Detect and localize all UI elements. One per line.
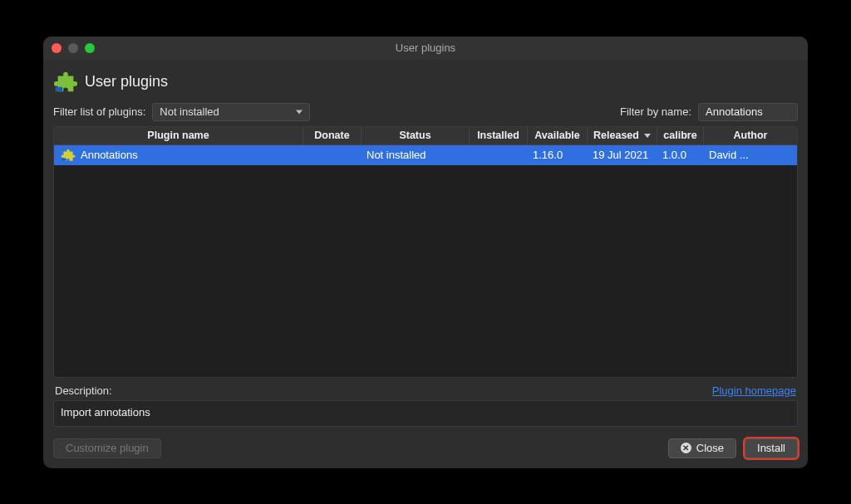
description-label: Description: [55,384,112,397]
close-circle-icon: ✕ [681,443,691,453]
col-author[interactable]: Author [704,127,797,144]
window-controls [52,43,95,53]
filter-list-label: Filter list of plugins: [53,105,145,118]
col-installed[interactable]: Installed [470,127,528,144]
col-available[interactable]: Available [528,127,588,144]
plugin-homepage-link[interactable]: Plugin homepage [712,384,796,397]
window-minimize-button[interactable] [68,43,78,53]
filter-name-label: Filter by name: [620,105,691,118]
close-button-label: Close [696,442,724,454]
cell-donate [303,145,362,165]
window-maximize-button[interactable] [85,43,95,53]
col-released[interactable]: Released [588,127,657,144]
puzzle-icon [59,148,76,163]
content: User plugins Filter list of plugins: Not… [43,60,808,468]
window-title: User plugins [396,42,455,54]
table-row[interactable]: Annotations Not installed 1.16.0 19 Jul … [54,145,797,165]
cell-installed [470,145,528,165]
window-close-button[interactable] [52,43,61,53]
table-header: Plugin name Donate Status Installed Avai… [54,127,797,145]
table-body: Annotations Not installed 1.16.0 19 Jul … [54,145,797,377]
col-plugin-name[interactable]: Plugin name [54,127,303,144]
description-header: Description: Plugin homepage [53,378,798,400]
puzzle-icon [53,70,78,95]
customize-plugin-button: Customize plugin [53,438,161,458]
svg-rect-0 [56,86,62,91]
filter-name-input[interactable] [698,103,798,121]
page-header: User plugins [53,68,798,103]
filter-list-value: Not installed [160,105,219,118]
filter-row: Filter list of plugins: Not installed Fi… [53,103,798,126]
col-donate[interactable]: Donate [303,127,362,144]
cell-available: 1.16.0 [528,145,588,165]
cell-name: Annotations [54,145,303,165]
svg-rect-1 [62,158,66,160]
cell-author: David ... [704,145,797,165]
description-text: Import annotations [53,400,798,427]
col-status[interactable]: Status [362,127,470,144]
cell-name-text: Annotations [81,149,138,161]
titlebar: User plugins [43,37,808,60]
cell-released: 19 Jul 2021 [588,145,657,165]
button-row: Customize plugin ✕ Close Install [53,427,798,458]
user-plugins-window: User plugins User plugins Filter list of… [43,37,808,468]
filter-list-select[interactable]: Not installed [152,103,310,121]
cell-status: Not installed [362,145,470,165]
page-title: User plugins [85,73,168,91]
close-button[interactable]: ✕ Close [668,438,736,458]
col-calibre[interactable]: calibre [657,127,704,144]
install-button[interactable]: Install [745,438,798,458]
plugins-table: Plugin name Donate Status Installed Avai… [53,126,798,378]
cell-calibre: 1.0.0 [657,145,704,165]
